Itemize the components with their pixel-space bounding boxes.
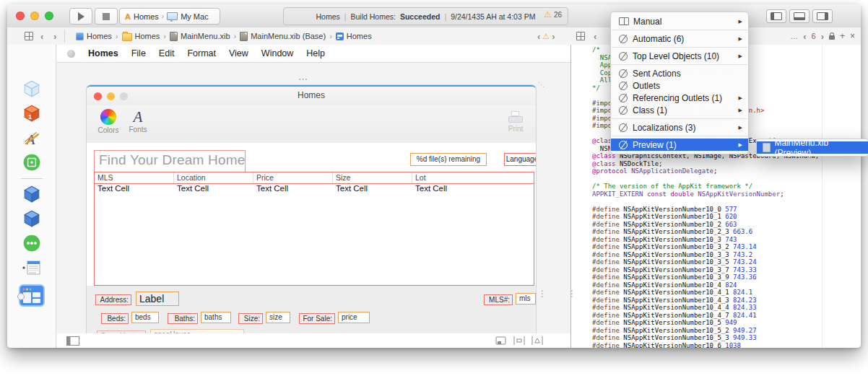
fonts-toolbar-item[interactable]: A Fonts xyxy=(126,109,150,133)
menu-item-preview-1[interactable]: Preview (1)▶ xyxy=(611,139,748,151)
window-drag-handle-icon[interactable]: ⋯ xyxy=(298,74,308,84)
menu-item-top-level-objects-10[interactable]: Top Level Objects (10)▶ xyxy=(611,50,748,62)
breadcrumb-item-homes[interactable]: Homes xyxy=(122,32,160,41)
headline-text: Find Your Dream Home xyxy=(99,152,246,168)
column-header-size[interactable]: Size xyxy=(333,172,412,183)
column-header-location[interactable]: Location xyxy=(174,172,253,183)
assistant-controls: … ‹ 6 › + × xyxy=(790,27,855,45)
jumpbar-divider xyxy=(64,30,65,43)
menu-item-class-1[interactable]: Class (1)▶ xyxy=(611,104,748,116)
inspector-toggle-button[interactable] xyxy=(812,9,833,23)
column-header-price[interactable]: Price xyxy=(253,172,333,183)
app-menu-file[interactable]: File xyxy=(131,48,146,58)
screenshot-page: A Homes › My Mac Homes | Build Homes: Su… xyxy=(0,0,868,381)
assistant-back-button[interactable]: ‹ xyxy=(594,27,596,45)
close-assistant-editor-button[interactable]: × xyxy=(850,31,855,41)
column-header-lot[interactable]: Lot xyxy=(412,172,534,183)
table-cell[interactable]: Text Cell xyxy=(412,184,492,195)
dock-item-wire-cube[interactable] xyxy=(22,76,41,101)
breadcrumb-item-mainmenu-xib-base[interactable]: MainMenu.xib (Base) xyxy=(240,32,326,41)
activity-viewer[interactable]: Homes | Build Homes: Succeeded | 9/24/14… xyxy=(283,7,568,25)
files-remaining-label[interactable]: %d file(s) remaining xyxy=(410,153,487,166)
price-field[interactable]: price xyxy=(338,312,370,323)
next-counterpart-button[interactable]: › xyxy=(821,31,824,42)
table-cell[interactable]: Text Cell xyxy=(333,184,412,195)
print-toolbar-item[interactable]: Print xyxy=(504,109,527,133)
previous-issue-button[interactable]: ‹ xyxy=(537,31,540,42)
preview-window[interactable]: Homes Colors A Fonts xyxy=(87,85,536,333)
preview-submenu: MainMenu.xib (Preview) xyxy=(756,139,868,157)
breadcrumb-item-homes[interactable]: Homes xyxy=(76,32,112,40)
table-cell[interactable]: Text Cell xyxy=(95,184,174,195)
listings-table[interactable]: MLSLocationPriceSizeLot Text CellText Ce… xyxy=(94,172,534,286)
column-header-mls[interactable]: MLS xyxy=(95,172,174,183)
language-button[interactable]: Language xyxy=(504,153,536,166)
menu-item-referencing-outlets-1[interactable]: Referencing Outlets (1)▶ xyxy=(611,92,748,104)
menu-item-outlets[interactable]: Outlets xyxy=(611,79,748,92)
size-field[interactable]: size xyxy=(266,312,290,323)
menu-item-sent-actions[interactable]: Sent Actions xyxy=(611,67,748,79)
mls-field[interactable]: mls xyxy=(516,293,536,305)
app-menu-window[interactable]: Window xyxy=(261,48,293,58)
svg-text:A: A xyxy=(25,132,35,147)
app-menu-help[interactable]: Help xyxy=(306,48,325,58)
menu-item-manual[interactable]: Manual▶ xyxy=(611,15,748,27)
breadcrumb-item-homes[interactable]: Homes xyxy=(336,32,372,40)
menu-item-automatic-6[interactable]: Automatic (6)▶ xyxy=(611,32,748,45)
headline-field[interactable]: Find Your Dream Home xyxy=(94,150,246,173)
minimize-window-button[interactable] xyxy=(30,12,39,20)
beds-field[interactable]: beds xyxy=(131,312,159,323)
baths-field[interactable]: baths xyxy=(201,312,231,323)
related-items-button[interactable] xyxy=(25,27,33,45)
resize-handle-icon[interactable]: ⋱ xyxy=(538,81,544,88)
navigator-toggle-button[interactable] xyxy=(766,9,786,23)
dock-item-green-frame[interactable] xyxy=(22,150,41,175)
dock-item-orange-cube[interactable]: 1 xyxy=(22,101,41,126)
related-items-icon xyxy=(25,32,33,40)
forward-button[interactable]: › xyxy=(53,27,56,45)
app-menu-homes[interactable]: Homes xyxy=(88,48,118,58)
zoom-window-button[interactable] xyxy=(45,12,53,20)
colors-toolbar-item[interactable]: Colors xyxy=(95,109,121,134)
align-button[interactable] xyxy=(513,336,525,346)
dock-item-app-icon[interactable]: A xyxy=(22,126,41,150)
pin-button[interactable] xyxy=(531,336,543,346)
run-button[interactable] xyxy=(69,8,92,25)
previous-counterpart-button[interactable]: ‹ xyxy=(803,31,806,42)
next-issue-button[interactable]: › xyxy=(552,31,555,42)
connection-circle-icon xyxy=(619,69,628,78)
add-assistant-editor-button[interactable]: + xyxy=(840,31,845,41)
scheme-selector[interactable]: A Homes › My Mac xyxy=(119,8,220,25)
pane-divider[interactable] xyxy=(570,45,571,348)
table-cell[interactable]: Text Cell xyxy=(174,184,253,195)
back-button[interactable]: ‹ xyxy=(40,27,43,45)
app-menu-edit[interactable]: Edit xyxy=(159,48,175,58)
embed-in-stack-button[interactable] xyxy=(495,336,507,346)
close-window-button[interactable] xyxy=(16,12,25,20)
issues-indicator[interactable]: ⚠ 26 xyxy=(544,10,562,19)
submenu-item-mainmenu-xib-preview[interactable]: MainMenu.xib (Preview) xyxy=(757,141,868,154)
app-menu-format[interactable]: Format xyxy=(187,48,216,58)
dock-item-blue-cube-2[interactable] xyxy=(22,206,41,231)
breadcrumb-item-mainmenu-xib[interactable]: MainMenu.xib xyxy=(170,32,230,41)
document-outline-toggle-button[interactable] xyxy=(66,336,79,346)
dock-item-mini-menu[interactable] xyxy=(22,255,42,280)
stop-icon xyxy=(103,13,110,20)
address-value-label[interactable]: Label xyxy=(136,292,179,306)
splitter-handle[interactable]: ⋮ xyxy=(538,292,547,296)
stop-button[interactable] xyxy=(95,8,118,25)
assistant-related-items-button[interactable] xyxy=(576,27,585,45)
dock-item-window-object[interactable] xyxy=(18,280,45,312)
table-row[interactable]: Text CellText CellText CellText CellText… xyxy=(95,184,534,195)
splitter-handle[interactable]: ⋮ xyxy=(568,292,576,296)
dock-item-green-dots[interactable] xyxy=(22,231,41,255)
debug-area-toggle-button[interactable] xyxy=(789,9,810,23)
dock-item-blue-cube[interactable] xyxy=(22,182,41,206)
connection-well[interactable] xyxy=(17,293,25,300)
table-cell[interactable]: Text Cell xyxy=(253,184,333,195)
breadcrumb-label: Homes xyxy=(347,32,372,40)
canvas-bottom-bar xyxy=(57,333,570,348)
menu-item-label: Localizations (3) xyxy=(633,123,695,133)
menu-item-localizations-3[interactable]: Localizations (3)▶ xyxy=(611,121,748,133)
app-menu-view[interactable]: View xyxy=(229,48,248,58)
